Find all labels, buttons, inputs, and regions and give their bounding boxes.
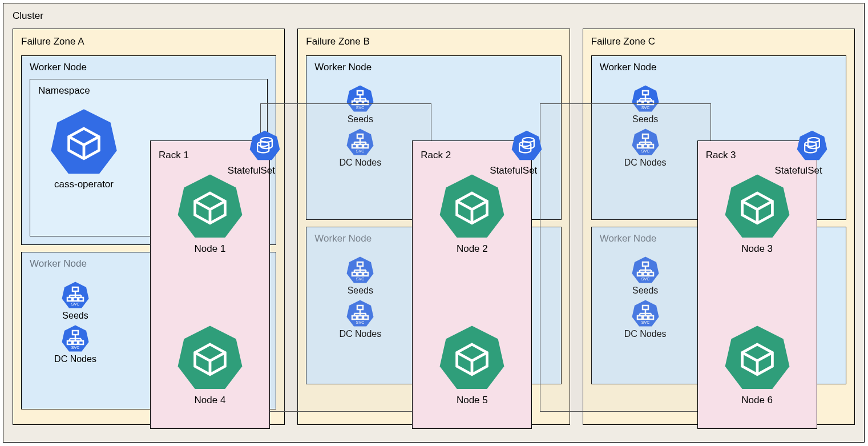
rack-label: Rack 3	[706, 150, 809, 161]
overlay-bar-bc	[540, 103, 711, 412]
node-icon	[438, 172, 506, 241]
rack-node-4: Node 4	[151, 324, 269, 406]
failure-zone-a: Failure Zone A Worker Node Namespace	[13, 29, 285, 425]
statefulset-icon	[511, 130, 543, 162]
cluster-container: Cluster Failure Zone A Worker Node Names…	[3, 3, 865, 443]
svc-col: SVC Seeds SVC DC Nodes	[30, 275, 121, 368]
svg-marker-16	[178, 175, 243, 238]
svg-marker-13	[250, 131, 280, 160]
rack-label: Rack 2	[421, 150, 523, 161]
node-label: Node 6	[741, 395, 773, 406]
rack-node-1: Node 1	[151, 172, 269, 255]
rack-3: Rack 3 StatefulSet Node 3	[697, 140, 817, 429]
node-icon	[176, 324, 244, 392]
statefulset-icon	[249, 130, 281, 162]
node-label: Node 1	[195, 243, 226, 255]
rack-label: Rack 1	[159, 150, 261, 161]
operator-col: cass-operator	[38, 102, 130, 190]
namespace-label: Namespace	[38, 85, 259, 97]
node-label: Node 4	[195, 395, 226, 406]
node-icon	[176, 172, 244, 241]
zone-label: Failure Zone B	[306, 36, 561, 47]
node-label: Node 3	[741, 243, 773, 255]
dcnodes-svc-icon: SVC	[61, 324, 90, 353]
svg-marker-17	[178, 326, 243, 389]
svg-marker-46	[440, 326, 504, 389]
worker-node-label: Worker Node	[30, 62, 268, 73]
cass-operator-icon	[50, 108, 118, 176]
rack-2: Rack 2 StatefulSet Node 2	[412, 140, 532, 429]
svg-marker-45	[440, 175, 504, 238]
rack-1: Rack 1 StatefulSet	[150, 140, 270, 429]
svg-text:SVC: SVC	[71, 302, 79, 306]
seeds-svc-icon: SVC	[61, 281, 90, 310]
svg-marker-74	[725, 175, 789, 238]
overlay-bar-ab	[260, 103, 431, 412]
node-label: Node 2	[457, 243, 488, 255]
operator-label: cass-operator	[54, 179, 114, 190]
statefulset-icon	[796, 130, 828, 162]
svg-text:SVC: SVC	[71, 345, 79, 349]
node-icon	[723, 324, 792, 392]
svg-marker-0	[52, 110, 116, 173]
worker-node-label: Worker Node	[600, 62, 838, 73]
worker-node-label: Worker Node	[314, 62, 552, 73]
node-label: Node 5	[457, 395, 488, 406]
seeds-label: Seeds	[62, 311, 88, 321]
zone-label: Failure Zone A	[21, 36, 276, 47]
node-icon	[438, 324, 506, 392]
rack-node-6: Node 6	[698, 324, 817, 406]
svg-marker-75	[725, 326, 789, 389]
zones-row: Failure Zone A Worker Node Namespace	[13, 29, 855, 425]
cluster-label: Cluster	[13, 10, 855, 22]
rack-node-2: Node 2	[413, 172, 531, 255]
zone-label: Failure Zone C	[591, 36, 846, 47]
node-icon	[723, 172, 792, 241]
rack-node-3: Node 3	[698, 172, 817, 255]
svg-marker-42	[512, 131, 542, 160]
rack-node-5: Node 5	[413, 324, 531, 406]
dcnodes-label: DC Nodes	[54, 354, 96, 364]
svg-marker-71	[797, 131, 827, 160]
